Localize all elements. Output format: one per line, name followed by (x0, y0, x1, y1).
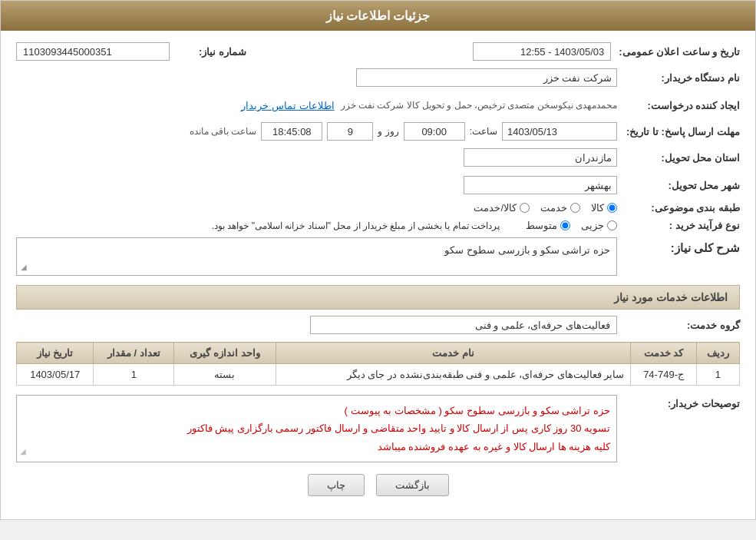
nooe-jozyi-option[interactable]: جزیی (581, 220, 617, 231)
tabaqe-kala-khadamat-option[interactable]: کالا/خدمت (474, 202, 530, 214)
cell-code: ج-749-74 (631, 364, 696, 386)
shmare-niaz-value: 1103093445000351 (16, 42, 170, 61)
col-code-khadamat: کد خدمت (631, 343, 696, 364)
gorooh-value: فعالیت‌های حرفه‌ای، علمی و فنی (310, 316, 617, 334)
shahr-value: بهشهر (464, 176, 617, 194)
col-radif: ردیف (696, 343, 739, 364)
tabaqe-kala-option[interactable]: کالا (591, 202, 617, 214)
mohlat-date-value: 1403/05/13 (502, 122, 617, 141)
mohlat-saat-label: ساعت: (470, 126, 497, 137)
mohlat-saat-mande-value: 18:45:08 (261, 122, 322, 141)
contact-info-link[interactable]: اطلاعات تماس خریدار (241, 100, 334, 111)
page-title: جزئیات اطلاعات نیاز (1, 1, 755, 31)
tosihaat-line2: تسویه 30 روز کاری پس از ارسال کالا و تای… (23, 419, 610, 437)
gorooh-label: گروه خدمت: (617, 320, 740, 331)
tosihaat-line1: حزه تراشی سکو و بازرسی سطوح سکو ( مشخصات… (23, 402, 610, 419)
tabaqe-khadamat-label: خدمت (540, 202, 567, 214)
tosihaat-line3: کلیه هزینه ها ارسال کالا و غیره به عهده … (23, 438, 610, 456)
mohlat-rooz-label: روز و (378, 126, 398, 137)
cell-vahed: بسته (174, 364, 276, 386)
services-table: ردیف کد خدمت نام خدمت واحد اندازه گیری ت… (16, 342, 740, 386)
shmare-niaz-label: شماره نیاز: (170, 46, 246, 58)
cell-tedad: 1 (94, 364, 174, 386)
cell-radif: 1 (696, 364, 739, 386)
mohlat-saat-mande-label: ساعت باقی مانده (190, 126, 257, 137)
resize-icon: ◢ (21, 263, 27, 271)
name-dastaghah-label: نام دستگاه خریدار: (617, 72, 740, 84)
header-title: جزئیات اطلاعات نیاز (326, 9, 431, 22)
tabaqe-khadamat-option[interactable]: خدمت (540, 202, 580, 214)
action-buttons: بازگشت چاپ (16, 474, 740, 496)
col-tedad: تعداد / مقدار (94, 343, 174, 364)
services-section-header: اطلاعات خدمات مورد نیاز (16, 285, 740, 310)
cell-tarikh: 1403/05/17 (17, 364, 94, 386)
tabaqe-kala-khadamat-label: کالا/خدمت (474, 202, 517, 214)
mohlat-rooz-value: 9 (327, 122, 373, 141)
nooe-motavaset-label: متوسط (526, 220, 557, 231)
mohlat-ersal-label: مهلت ارسال پاسخ: تا تاریخ: (617, 126, 740, 137)
col-name-khadamat: نام خدمت (276, 343, 631, 364)
announce-value: 1403/05/03 - 12:55 (473, 42, 611, 61)
print-button[interactable]: چاپ (308, 474, 365, 496)
table-row: 1 ج-749-74 سایر فعالیت‌های حرفه‌ای، علمی… (17, 364, 740, 386)
tosihaat-label: توصیحات خریدار: (617, 395, 740, 409)
nooe-note: پرداخت تمام یا بخشی از مبلغ خریدار از مح… (212, 220, 500, 231)
sharh-value: حزه تراشی سکو و بازرسی سطوح سکو ◢ (16, 237, 617, 276)
col-tarikh: تاریخ نیاز (17, 343, 94, 364)
tabaqe-label: طبقه بندی موضوعی: (617, 202, 740, 214)
mohlat-saat-value: 09:00 (404, 122, 465, 141)
ostan-value: مازندران (464, 148, 617, 167)
ostan-label: استان محل تحویل: (617, 152, 740, 164)
shahr-label: شهر محل تحویل: (617, 180, 740, 191)
col-vahed: واحد اندازه گیری (174, 343, 276, 364)
ijad-konande-label: ایجاد کننده درخواست: (617, 100, 740, 111)
resize-icon2: ◢ (20, 445, 26, 459)
name-dastaghah-value: شرکت نفت خزر (356, 68, 617, 87)
sharh-label: شرح کلی نیاز: (617, 237, 740, 255)
nooe-motavaset-option[interactable]: متوسط (526, 220, 570, 231)
nooe-farayand-label: نوع فرآیند خرید : (617, 220, 740, 231)
tabaqe-kala-label: کالا (591, 202, 604, 214)
nooe-jozyi-label: جزیی (581, 220, 604, 231)
tosihaat-box: حزه تراشی سکو و بازرسی سطوح سکو ( مشخصات… (16, 395, 617, 462)
back-button[interactable]: بازگشت (376, 474, 449, 496)
announce-label: تاریخ و ساعت اعلان عمومی: (611, 46, 740, 58)
ijad-konande-value: محمدمهدی نیکوسخن متصدی ترخیص، حمل و تحوی… (341, 100, 617, 111)
cell-name: سایر فعالیت‌های حرفه‌ای، علمی و فنی طبقه… (276, 364, 631, 386)
